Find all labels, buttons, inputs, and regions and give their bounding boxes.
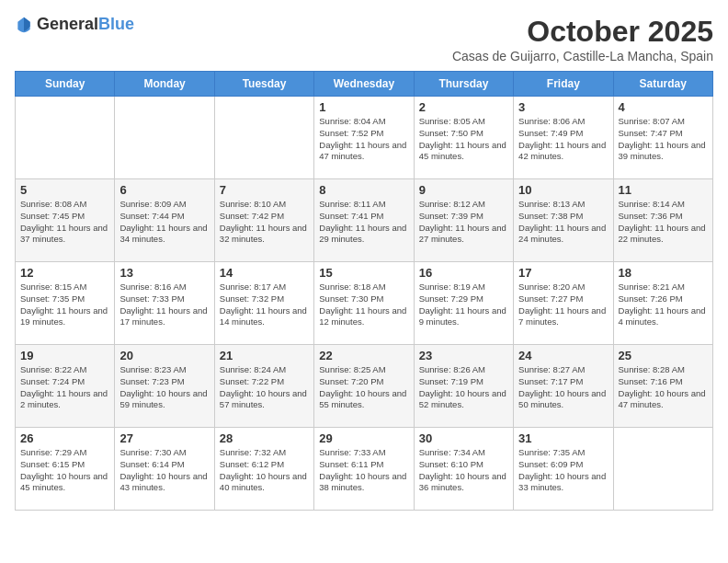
- calendar-cell: 24Sunrise: 8:27 AM Sunset: 7:17 PM Dayli…: [514, 345, 613, 428]
- day-info: Sunrise: 8:15 AM Sunset: 7:35 PM Dayligh…: [20, 282, 109, 328]
- calendar-week-row: 5Sunrise: 8:08 AM Sunset: 7:45 PM Daylig…: [16, 179, 713, 262]
- calendar-cell: 9Sunrise: 8:12 AM Sunset: 7:39 PM Daylig…: [414, 179, 513, 262]
- calendar-cell: 4Sunrise: 8:07 AM Sunset: 7:47 PM Daylig…: [613, 97, 712, 179]
- calendar-cell: 3Sunrise: 8:06 AM Sunset: 7:49 PM Daylig…: [514, 97, 613, 179]
- day-info: Sunrise: 8:20 AM Sunset: 7:27 PM Dayligh…: [518, 282, 608, 328]
- calendar-week-row: 19Sunrise: 8:22 AM Sunset: 7:24 PM Dayli…: [16, 345, 713, 428]
- calendar-cell: 18Sunrise: 8:21 AM Sunset: 7:26 PM Dayli…: [613, 262, 712, 345]
- day-info: Sunrise: 7:30 AM Sunset: 6:14 PM Dayligh…: [119, 447, 209, 494]
- calendar-cell: 10Sunrise: 8:13 AM Sunset: 7:38 PM Dayli…: [514, 179, 613, 262]
- calendar-cell: 20Sunrise: 8:23 AM Sunset: 7:23 PM Dayli…: [115, 345, 214, 428]
- day-info: Sunrise: 8:14 AM Sunset: 7:36 PM Dayligh…: [619, 199, 708, 246]
- day-info: Sunrise: 8:23 AM Sunset: 7:23 PM Dayligh…: [119, 364, 209, 411]
- location-title: Casas de Guijarro, Castille-La Mancha, S…: [452, 49, 713, 63]
- calendar-cell: 17Sunrise: 8:20 AM Sunset: 7:27 PM Dayli…: [514, 262, 613, 345]
- day-info: Sunrise: 8:27 AM Sunset: 7:17 PM Dayligh…: [518, 364, 608, 411]
- weekday-header: Wednesday: [314, 72, 414, 97]
- calendar-cell: [613, 428, 712, 511]
- day-number: 17: [518, 266, 608, 280]
- calendar-cell: 28Sunrise: 7:32 AM Sunset: 6:12 PM Dayli…: [214, 428, 313, 511]
- day-number: 27: [119, 431, 209, 445]
- day-number: 23: [419, 349, 508, 362]
- day-info: Sunrise: 8:22 AM Sunset: 7:24 PM Dayligh…: [20, 364, 109, 411]
- logo: GeneralBlue: [15, 15, 134, 34]
- calendar-cell: 1Sunrise: 8:04 AM Sunset: 7:52 PM Daylig…: [314, 97, 414, 179]
- calendar-cell: 2Sunrise: 8:05 AM Sunset: 7:50 PM Daylig…: [414, 97, 513, 179]
- day-number: 11: [619, 183, 708, 197]
- calendar-cell: [214, 97, 313, 179]
- calendar-cell: 6Sunrise: 8:09 AM Sunset: 7:44 PM Daylig…: [115, 179, 214, 262]
- calendar-week-row: 12Sunrise: 8:15 AM Sunset: 7:35 PM Dayli…: [16, 262, 713, 345]
- day-info: Sunrise: 8:16 AM Sunset: 7:33 PM Dayligh…: [119, 282, 209, 328]
- day-info: Sunrise: 8:19 AM Sunset: 7:29 PM Dayligh…: [419, 282, 508, 328]
- calendar-cell: 14Sunrise: 8:17 AM Sunset: 7:32 PM Dayli…: [214, 262, 313, 345]
- day-number: 14: [220, 266, 309, 280]
- calendar-cell: 23Sunrise: 8:26 AM Sunset: 7:19 PM Dayli…: [414, 345, 513, 428]
- day-number: 12: [20, 266, 109, 280]
- day-info: Sunrise: 8:09 AM Sunset: 7:44 PM Dayligh…: [119, 199, 209, 246]
- day-number: 8: [319, 183, 408, 197]
- calendar-cell: 13Sunrise: 8:16 AM Sunset: 7:33 PM Dayli…: [115, 262, 214, 345]
- calendar-cell: 29Sunrise: 7:33 AM Sunset: 6:11 PM Dayli…: [314, 428, 414, 511]
- day-info: Sunrise: 8:24 AM Sunset: 7:22 PM Dayligh…: [220, 364, 309, 411]
- day-info: Sunrise: 8:05 AM Sunset: 7:50 PM Dayligh…: [419, 116, 508, 163]
- weekday-header: Thursday: [414, 72, 513, 97]
- day-info: Sunrise: 8:13 AM Sunset: 7:38 PM Dayligh…: [518, 199, 608, 246]
- day-info: Sunrise: 7:34 AM Sunset: 6:10 PM Dayligh…: [419, 447, 508, 494]
- day-info: Sunrise: 8:06 AM Sunset: 7:49 PM Dayligh…: [518, 116, 608, 163]
- day-info: Sunrise: 8:18 AM Sunset: 7:30 PM Dayligh…: [319, 282, 408, 328]
- day-info: Sunrise: 8:17 AM Sunset: 7:32 PM Dayligh…: [220, 282, 309, 328]
- day-number: 22: [319, 349, 408, 362]
- calendar-cell: 7Sunrise: 8:10 AM Sunset: 7:42 PM Daylig…: [214, 179, 313, 262]
- calendar-cell: 8Sunrise: 8:11 AM Sunset: 7:41 PM Daylig…: [314, 179, 414, 262]
- calendar-cell: 30Sunrise: 7:34 AM Sunset: 6:10 PM Dayli…: [414, 428, 513, 511]
- logo-blue: Blue: [98, 15, 134, 33]
- weekday-header: Friday: [514, 72, 613, 97]
- day-number: 21: [220, 349, 309, 362]
- day-number: 24: [518, 349, 608, 362]
- logo-icon: [15, 16, 33, 34]
- calendar-cell: 21Sunrise: 8:24 AM Sunset: 7:22 PM Dayli…: [214, 345, 313, 428]
- calendar-week-row: 26Sunrise: 7:29 AM Sunset: 6:15 PM Dayli…: [16, 428, 713, 511]
- calendar-week-row: 1Sunrise: 8:04 AM Sunset: 7:52 PM Daylig…: [16, 97, 713, 179]
- calendar-cell: 15Sunrise: 8:18 AM Sunset: 7:30 PM Dayli…: [314, 262, 414, 345]
- month-title: October 2025: [452, 15, 713, 49]
- day-number: 30: [419, 431, 508, 445]
- weekday-header: Saturday: [613, 72, 712, 97]
- day-number: 1: [319, 100, 408, 114]
- calendar-table: SundayMondayTuesdayWednesdayThursdayFrid…: [15, 71, 713, 511]
- day-number: 13: [119, 266, 209, 280]
- day-info: Sunrise: 7:33 AM Sunset: 6:11 PM Dayligh…: [319, 447, 408, 494]
- day-number: 18: [619, 266, 708, 280]
- day-number: 10: [518, 183, 608, 197]
- calendar-cell: 25Sunrise: 8:28 AM Sunset: 7:16 PM Dayli…: [613, 345, 712, 428]
- calendar-cell: 16Sunrise: 8:19 AM Sunset: 7:29 PM Dayli…: [414, 262, 513, 345]
- day-number: 20: [119, 349, 209, 362]
- calendar-cell: 26Sunrise: 7:29 AM Sunset: 6:15 PM Dayli…: [16, 428, 115, 511]
- day-info: Sunrise: 8:10 AM Sunset: 7:42 PM Dayligh…: [220, 199, 309, 246]
- day-number: 28: [220, 431, 309, 445]
- page-header: GeneralBlue October 2025 Casas de Guijar…: [15, 15, 713, 63]
- day-number: 6: [119, 183, 209, 197]
- weekday-header-row: SundayMondayTuesdayWednesdayThursdayFrid…: [16, 72, 713, 97]
- day-info: Sunrise: 7:35 AM Sunset: 6:09 PM Dayligh…: [518, 447, 608, 494]
- day-number: 4: [619, 100, 708, 114]
- day-info: Sunrise: 7:32 AM Sunset: 6:12 PM Dayligh…: [220, 447, 309, 494]
- day-number: 5: [20, 183, 109, 197]
- day-number: 2: [419, 100, 508, 114]
- title-block: October 2025 Casas de Guijarro, Castille…: [452, 15, 713, 63]
- calendar-cell: [115, 97, 214, 179]
- day-number: 15: [319, 266, 408, 280]
- calendar-cell: [16, 97, 115, 179]
- day-info: Sunrise: 8:28 AM Sunset: 7:16 PM Dayligh…: [619, 364, 708, 411]
- logo-general: General: [37, 15, 98, 33]
- day-number: 25: [619, 349, 708, 362]
- calendar-cell: 22Sunrise: 8:25 AM Sunset: 7:20 PM Dayli…: [314, 345, 414, 428]
- day-info: Sunrise: 8:04 AM Sunset: 7:52 PM Dayligh…: [319, 116, 408, 163]
- calendar-cell: 19Sunrise: 8:22 AM Sunset: 7:24 PM Dayli…: [16, 345, 115, 428]
- calendar-cell: 12Sunrise: 8:15 AM Sunset: 7:35 PM Dayli…: [16, 262, 115, 345]
- day-info: Sunrise: 8:26 AM Sunset: 7:19 PM Dayligh…: [419, 364, 508, 411]
- day-info: Sunrise: 8:08 AM Sunset: 7:45 PM Dayligh…: [20, 199, 109, 246]
- calendar-cell: 27Sunrise: 7:30 AM Sunset: 6:14 PM Dayli…: [115, 428, 214, 511]
- weekday-header: Monday: [115, 72, 214, 97]
